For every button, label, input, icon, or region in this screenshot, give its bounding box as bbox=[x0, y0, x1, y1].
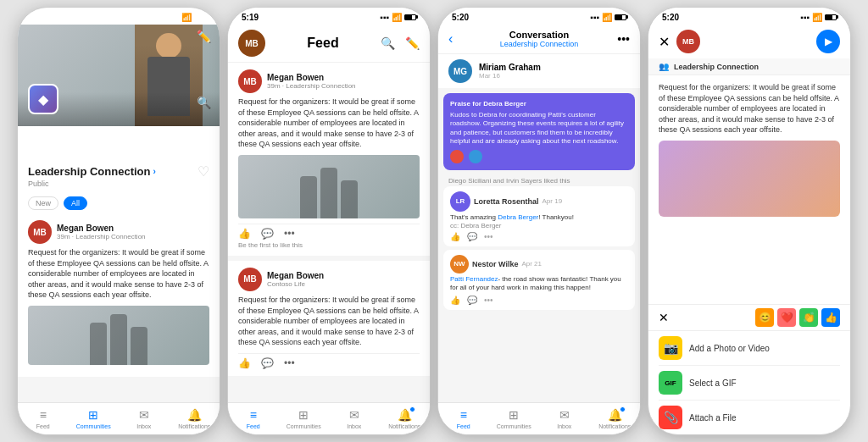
post-author-2a: Megan Bowen bbox=[267, 73, 420, 82]
compose-icon-2[interactable]: ✏️ bbox=[405, 36, 420, 50]
more-action-nw[interactable]: ••• bbox=[484, 296, 493, 305]
nav-inbox-2[interactable]: ✉ Inbox bbox=[329, 406, 380, 431]
back-icon[interactable]: ‹ bbox=[448, 31, 453, 47]
more-btn-2a[interactable]: ••• bbox=[284, 228, 295, 240]
post-image-2a bbox=[238, 155, 420, 218]
post-header: MB Megan Bowen 39m · Leadership Connecti… bbox=[28, 220, 209, 244]
post-text: Request for the organizers: It would be … bbox=[28, 247, 209, 301]
post-time: 39m · Leadership Connection bbox=[57, 233, 209, 240]
post-reactions-2a: 👍 💬 ••• bbox=[238, 224, 420, 240]
status-icons-3: ▪▪▪ 📶 bbox=[590, 13, 626, 22]
time-2: 5:19 bbox=[242, 13, 259, 22]
more-icon-3[interactable]: ••• bbox=[617, 32, 630, 46]
phone2-feed: 5:19 ▪▪▪ 📶 MB Feed 🔍 ✏️ MB Megan Bowen bbox=[227, 7, 431, 435]
signal-icon-4: ▪▪▪ bbox=[800, 13, 810, 22]
comment-action-lr[interactable]: 💬 bbox=[467, 232, 477, 241]
heart-icon[interactable]: ♡ bbox=[198, 163, 209, 180]
post-meta-2b: Megan Bowen Contoso Life bbox=[267, 271, 420, 288]
post-author: Megan Bowen bbox=[57, 224, 209, 233]
more-btn-2b[interactable]: ••• bbox=[284, 357, 295, 369]
avatar-megan: MB bbox=[28, 220, 52, 244]
nestor-name: Nestor Wilke bbox=[472, 260, 518, 268]
battery-icon-3 bbox=[615, 14, 626, 20]
attach-gif[interactable]: GIF Select a GIF bbox=[648, 366, 850, 400]
feed-icon-3: ≡ bbox=[460, 408, 467, 422]
post-meta: Megan Bowen 39m · Leadership Connection bbox=[57, 224, 209, 240]
small-avatar-2 bbox=[469, 150, 482, 163]
notifications-icon: 🔔 bbox=[187, 408, 202, 422]
emoji-btn-3[interactable]: 👏 bbox=[799, 308, 818, 327]
time-1: 5:20 bbox=[31, 13, 48, 22]
miriam-avatar: MG bbox=[448, 59, 472, 83]
signal-icon-3: ▪▪▪ bbox=[590, 13, 599, 22]
more-action-lr[interactable]: ••• bbox=[484, 232, 493, 241]
like-action-nw[interactable]: 👍 bbox=[450, 296, 460, 305]
close-toolbar-icon[interactable]: ✕ bbox=[659, 311, 669, 324]
notification-badge-3 bbox=[620, 406, 626, 412]
nav-feed-1[interactable]: ≡ Feed bbox=[18, 406, 69, 431]
communities-icon-2: ⊞ bbox=[298, 408, 309, 422]
emoji-btn-1[interactable]: 😊 bbox=[755, 308, 774, 327]
communities-icon: ⊞ bbox=[88, 408, 98, 422]
praise-text: Kudos to Debra for coordinating Patti's … bbox=[450, 111, 628, 146]
feed-title: Feed bbox=[307, 36, 338, 51]
attach-photo[interactable]: 📷 Add a Photo or Video bbox=[648, 331, 850, 365]
like-action-lr[interactable]: 👍 bbox=[450, 232, 460, 241]
feed-icon: ≡ bbox=[40, 408, 47, 422]
like-btn-2b[interactable]: 👍 bbox=[238, 357, 251, 369]
nestor-date: Apr 21 bbox=[521, 260, 542, 268]
nav-inbox-3[interactable]: ✉ Inbox bbox=[539, 406, 590, 431]
status-bar-4: 5:20 ▪▪▪ 📶 bbox=[648, 8, 850, 25]
post-author-2b: Megan Bowen bbox=[267, 271, 420, 280]
nav-feed-3[interactable]: ≡ Feed bbox=[438, 406, 489, 431]
edit-icon[interactable]: ✏️ bbox=[197, 30, 211, 43]
chevron-right-icon: › bbox=[153, 167, 155, 176]
notification-badge bbox=[409, 406, 415, 412]
filter-tab-all[interactable]: All bbox=[64, 196, 87, 210]
photo-icon: 📷 bbox=[659, 336, 682, 360]
comment-btn-2a[interactable]: 💬 bbox=[261, 228, 274, 240]
emoji-btn-2[interactable]: ❤️ bbox=[777, 308, 796, 327]
feed-item: MB Megan Bowen 39m · Leadership Connecti… bbox=[18, 213, 220, 377]
nav-communities-3[interactable]: ⊞ Communities bbox=[489, 406, 540, 431]
nestor-text: Patti Fernandez- the road show was fanta… bbox=[450, 275, 628, 293]
post-reactions-2b: 👍 💬 ••• bbox=[238, 353, 420, 369]
status-bar-3: 5:20 ▪▪▪ 📶 bbox=[438, 8, 640, 25]
emoji-btn-4[interactable]: 👍 bbox=[821, 308, 840, 327]
feed-icon-2: ≡ bbox=[250, 408, 257, 422]
loretta-cc: cc: Debra Berger bbox=[450, 222, 628, 229]
nav-communities-2[interactable]: ⊞ Communities bbox=[279, 406, 330, 431]
close-icon[interactable]: ✕ bbox=[659, 34, 670, 50]
search-icon[interactable]: 🔍 bbox=[197, 96, 211, 109]
reply-header: ✕ MB ▶ bbox=[648, 25, 850, 58]
loretta-date: Apr 19 bbox=[542, 197, 563, 205]
reply-body: Request for the organizers: It would be … bbox=[648, 75, 850, 304]
loretta-text: That's amazing Debra Berger! Thankyou! bbox=[450, 213, 628, 222]
comment-action-nw[interactable]: 💬 bbox=[467, 296, 477, 305]
nav-notifications-2[interactable]: 🔔 Notifications bbox=[380, 406, 431, 431]
wifi-icon-4: 📶 bbox=[812, 13, 822, 22]
wifi-icon-2: 📶 bbox=[392, 13, 402, 22]
nav-communities-1[interactable]: ⊞ Communities bbox=[69, 406, 120, 431]
like-btn-2a[interactable]: 👍 bbox=[238, 228, 251, 240]
nav-notifications-3[interactable]: 🔔 Notifications bbox=[590, 406, 641, 431]
be-first-text: Be the first to like this bbox=[238, 241, 420, 249]
nav-notifications-1[interactable]: 🔔 Notifications bbox=[170, 406, 220, 431]
emoji-group: 😊 ❤️ 👏 👍 bbox=[755, 308, 840, 327]
time-3: 5:20 bbox=[452, 13, 469, 22]
message-loretta: LR Loretta Rosenthal Apr 19 That's amazi… bbox=[443, 186, 635, 246]
reply-image bbox=[659, 141, 840, 217]
search-icon-2[interactable]: 🔍 bbox=[381, 36, 395, 50]
nav-inbox-1[interactable]: ✉ Inbox bbox=[119, 406, 170, 431]
attach-file[interactable]: 📎 Attach a File bbox=[648, 401, 850, 434]
send-button[interactable]: ▶ bbox=[816, 30, 840, 53]
filter-tab-new[interactable]: New bbox=[28, 196, 58, 210]
signal-icon-1: ▪▪▪ bbox=[170, 13, 179, 22]
community-title-row: Leadership Connection › ♡ bbox=[28, 163, 209, 180]
community-title[interactable]: Leadership Connection › bbox=[28, 165, 156, 178]
comment-btn-2b[interactable]: 💬 bbox=[261, 357, 274, 369]
wifi-icon-1: 📶 bbox=[181, 13, 192, 22]
nav-feed-2[interactable]: ≡ Feed bbox=[228, 406, 279, 431]
phone3-conversation: 5:20 ▪▪▪ 📶 ‹ Conversation Leadership Con… bbox=[437, 7, 641, 435]
status-bar-1: 5:20 ▪▪▪ 📶 bbox=[18, 8, 220, 25]
